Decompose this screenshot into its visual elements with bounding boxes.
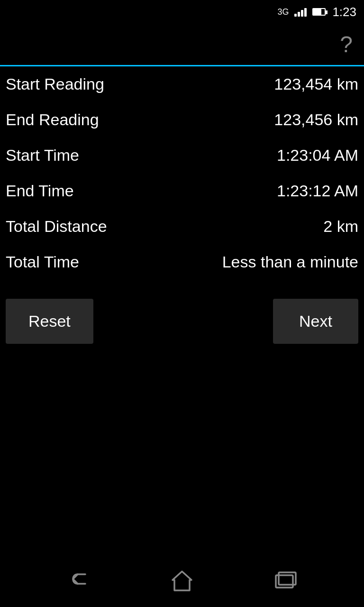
end-time-row: End Time 1:23:12 AM — [6, 173, 358, 209]
svg-marker-0 — [173, 571, 191, 590]
button-row: Reset Next — [0, 280, 364, 344]
battery-icon — [312, 8, 326, 16]
start-reading-row: Start Reading 123,454 km — [6, 66, 358, 102]
back-button[interactable] — [67, 569, 92, 593]
reset-button[interactable]: Reset — [6, 299, 93, 344]
signal-icon — [294, 7, 307, 17]
data-section: Start Reading 123,454 km End Reading 123… — [0, 66, 364, 280]
end-reading-value: 123,456 km — [274, 110, 358, 129]
top-bar: ? — [0, 24, 364, 66]
end-time-value: 1:23:12 AM — [277, 182, 358, 200]
nav-bar — [0, 555, 364, 607]
start-reading-value: 123,454 km — [274, 75, 358, 93]
home-button[interactable] — [170, 569, 194, 593]
start-time-value: 1:23:04 AM — [277, 146, 358, 165]
total-distance-label: Total Distance — [6, 217, 107, 236]
start-time-label: Start Time — [6, 146, 79, 165]
end-reading-label: End Reading — [6, 110, 99, 129]
help-icon[interactable]: ? — [340, 31, 353, 57]
total-time-value: Less than a minute — [222, 253, 358, 271]
total-time-label: Total Time — [6, 253, 79, 271]
status-bar: 3G 1:23 — [0, 0, 364, 24]
total-distance-row: Total Distance 2 km — [6, 209, 358, 244]
recents-button[interactable] — [272, 569, 297, 593]
end-reading-row: End Reading 123,456 km — [6, 102, 358, 138]
total-time-row: Total Time Less than a minute — [6, 244, 358, 280]
total-distance-value: 2 km — [323, 217, 358, 236]
network-label: 3G — [277, 7, 289, 17]
status-time: 1:23 — [332, 5, 356, 19]
start-reading-label: Start Reading — [6, 75, 104, 93]
end-time-label: End Time — [6, 182, 74, 200]
start-time-row: Start Time 1:23:04 AM — [6, 138, 358, 173]
next-button[interactable]: Next — [273, 299, 358, 344]
